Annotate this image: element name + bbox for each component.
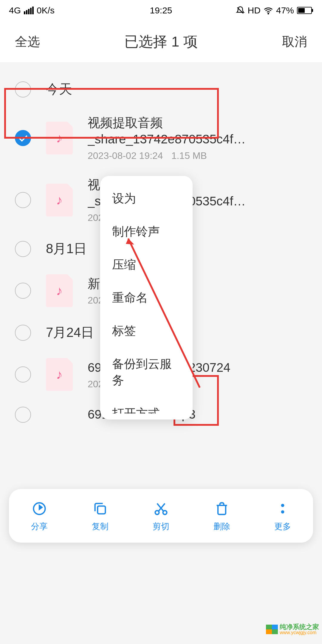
music-file-icon: ♪ [46,184,73,216]
cut-icon [153,499,169,518]
menu-backup-cloud[interactable]: 备份到云服务 [100,347,193,397]
more-button[interactable]: 更多 [262,499,304,532]
selection-header: 全选 已选择 1 项 取消 [0,21,322,63]
system-nav-bar [0,552,322,590]
section-title: 7月24日 [46,324,94,341]
file-name: 视频提取音频_share_13742e870535c4f… [88,115,307,147]
battery-percent: 47% [276,5,294,16]
music-file-icon: ♪ [46,122,73,154]
file-checkbox[interactable] [15,366,31,383]
menu-rename[interactable]: 重命名 [100,281,193,314]
hd-indicator: HD [248,5,261,16]
watermark-logo-icon [266,625,278,634]
action-toolbar: 分享 复制 剪切 删除 更多 [9,489,313,543]
file-checkbox[interactable] [15,192,31,208]
file-item[interactable]: ♪ 视频提取音频_share_13742e870535c4f… 2023-08-… [0,107,322,169]
share-icon [32,499,47,518]
menu-set-as[interactable]: 设为 [100,182,193,215]
battery-icon [297,7,313,14]
section-checkbox[interactable] [15,325,31,341]
select-all-button[interactable]: 全选 [15,33,40,50]
section-header-today[interactable]: 今天 [0,72,322,107]
svg-point-3 [155,511,159,515]
section-title: 8月1日 [46,240,87,258]
menu-tag[interactable]: 标签 [100,314,193,347]
svg-point-0 [268,13,269,14]
mute-icon [236,6,245,15]
music-file-icon: ♪ [46,274,73,307]
svg-point-5 [281,504,284,507]
network-type: 4G [9,5,21,16]
more-icon [275,499,290,518]
context-menu: 设为 制作铃声 压缩 重命名 标签 备份到云服务 打开方式 [100,176,193,419]
signal-icon [24,7,34,14]
svg-rect-2 [97,506,105,514]
svg-point-6 [281,510,284,513]
music-file-icon: ♪ [46,358,73,391]
status-time: 19:25 [150,5,172,16]
watermark-url: www.ycwjgjy.com [280,630,319,635]
section-checkbox[interactable] [15,241,31,257]
menu-make-ringtone[interactable]: 制作铃声 [100,215,193,248]
page-title: 已选择 1 项 [124,32,197,51]
file-checkbox[interactable] [15,407,31,423]
file-meta: 2023-08-02 19:241.15 MB [88,150,307,161]
section-title: 今天 [46,80,72,98]
copy-button[interactable]: 复制 [79,499,121,532]
wifi-icon [264,6,273,15]
copy-icon [92,499,108,518]
share-button[interactable]: 分享 [18,499,60,532]
watermark: 纯净系统之家 www.ycwjgjy.com [266,624,319,635]
cancel-button[interactable]: 取消 [282,33,307,50]
section-checkbox[interactable] [15,81,31,97]
trash-icon [214,499,230,518]
network-speed: 0K/s [37,5,55,16]
file-checkbox[interactable] [15,130,31,146]
menu-open-with[interactable]: 打开方式 [100,397,193,414]
menu-compress[interactable]: 压缩 [100,248,193,281]
cut-button[interactable]: 剪切 [140,499,182,532]
svg-point-4 [163,511,167,515]
watermark-text: 纯净系统之家 [280,624,319,630]
delete-button[interactable]: 删除 [201,499,243,532]
status-bar: 4G 0K/s 19:25 HD 47% [0,0,322,21]
file-checkbox[interactable] [15,283,31,299]
